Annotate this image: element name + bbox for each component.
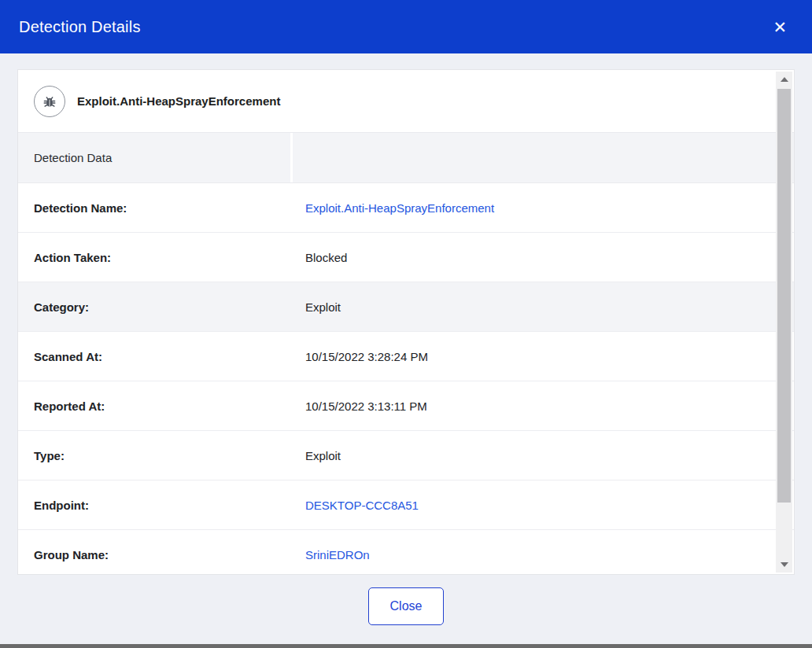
section-header-label: Detection Data — [18, 133, 290, 182]
group-name-link[interactable]: SriniEDROn — [293, 530, 794, 575]
scrollbar-down-icon[interactable] — [776, 557, 792, 573]
scrollbar-thumb[interactable] — [777, 89, 791, 503]
bug-icon — [34, 86, 65, 117]
row-value: 10/15/2022 3:28:24 PM — [293, 332, 794, 381]
row-value: 10/15/2022 3:13:11 PM — [293, 381, 794, 430]
detection-name-link[interactable]: Exploit.Anti-HeapSprayEnforcement — [293, 183, 794, 232]
table-row: Scanned At: 10/15/2022 3:28:24 PM — [18, 332, 794, 381]
modal-header: Detection Details ✕ — [0, 0, 812, 53]
row-label: Group Name: — [18, 530, 293, 575]
section-header-row: Detection Data — [18, 133, 794, 183]
table-row: Category: Exploit — [18, 282, 794, 332]
detection-name-heading: Exploit.Anti-HeapSprayEnforcement — [77, 94, 280, 108]
row-label: Scanned At: — [18, 332, 293, 381]
detection-title-row: Exploit.Anti-HeapSprayEnforcement — [18, 70, 794, 133]
bottom-border-bar — [0, 644, 812, 648]
detection-card: Exploit.Anti-HeapSprayEnforcement Detect… — [17, 69, 795, 575]
row-value: Blocked — [293, 233, 794, 282]
row-label: Reported At: — [18, 381, 293, 430]
row-label: Endpoint: — [18, 480, 293, 529]
modal-title: Detection Details — [19, 18, 141, 36]
row-label: Category: — [18, 282, 293, 331]
table-row: Detection Name: Exploit.Anti-HeapSprayEn… — [18, 183, 794, 233]
vertical-scrollbar[interactable] — [776, 72, 792, 573]
close-icon[interactable]: ✕ — [766, 16, 793, 39]
scrollbar-up-icon[interactable] — [776, 72, 792, 87]
row-label: Action Taken: — [18, 233, 293, 282]
table-row: Endpoint: DESKTOP-CCC8A51 — [18, 480, 794, 530]
row-label: Type: — [18, 431, 293, 480]
table-row: Reported At: 10/15/2022 3:13:11 PM — [18, 381, 794, 431]
row-value: Exploit — [293, 282, 794, 331]
section-header-spacer — [293, 133, 794, 182]
table-row: Type: Exploit — [18, 431, 794, 480]
close-button[interactable]: Close — [368, 587, 444, 625]
row-label: Detection Name: — [18, 183, 293, 232]
table-row: Action Taken: Blocked — [18, 233, 794, 282]
row-value: Exploit — [293, 431, 794, 480]
endpoint-link[interactable]: DESKTOP-CCC8A51 — [293, 480, 794, 529]
table-row: Group Name: SriniEDROn — [18, 530, 794, 575]
